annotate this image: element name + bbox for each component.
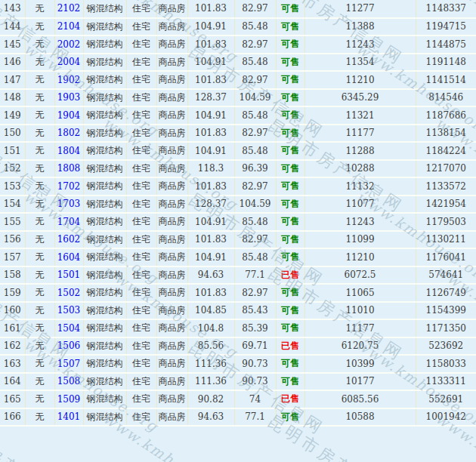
sale-status-cell: 可售	[276, 35, 304, 54]
unit-link[interactable]: 1904	[57, 110, 81, 121]
mortgage-status-cell: 无	[25, 18, 54, 36]
status-sold-badge: 已售	[281, 270, 299, 280]
inner-area-cell: 69.71	[234, 337, 276, 356]
row-number-cell: 162	[0, 337, 25, 356]
total-price-cell: 1194715	[416, 18, 476, 36]
structure-cell: 钢混结构	[83, 231, 126, 249]
total-price-cell: 1158033	[416, 355, 476, 373]
status-available-badge: 可售	[281, 411, 299, 422]
mortgage-status-cell: 无	[25, 106, 54, 125]
unit-link[interactable]: 1504	[57, 323, 81, 334]
unit-link[interactable]: 1401	[57, 411, 81, 422]
unit-price-cell: 11243	[304, 35, 416, 54]
mortgage-status-cell: 无	[25, 337, 54, 356]
table-row: 147无1902钢混结构住宅商品房101.8382.97可售1121011415…	[0, 71, 476, 89]
row-number-cell: 166	[0, 408, 25, 427]
unit-link[interactable]: 2002	[57, 39, 81, 50]
unit-price-cell: 11177	[304, 125, 416, 143]
usage-cell: 住宅	[126, 390, 156, 408]
unit-price-cell: 11354	[304, 54, 416, 72]
status-available-badge: 可售	[281, 251, 299, 262]
table-row: 158无1501钢混结构住宅商品房94.6377.1已售6072.5574641	[0, 266, 476, 285]
unit-link[interactable]: 1804	[57, 146, 81, 156]
row-number-cell: 164	[0, 373, 25, 391]
table-row: 153无1702钢混结构住宅商品房101.8382.97可售1113211335…	[0, 177, 476, 196]
floor-area-cell: 104.91	[187, 248, 234, 266]
property-listing-table: 143无2102钢混结构住宅商品房101.8382.97可售1127711483…	[0, 0, 476, 427]
usage-cell: 住宅	[126, 89, 156, 107]
unit-link[interactable]: 1509	[57, 394, 81, 405]
row-number-cell: 147	[0, 71, 25, 89]
inner-area-cell: 77.1	[234, 266, 276, 285]
floor-area-cell: 101.83	[187, 284, 234, 302]
unit-link[interactable]: 1507	[57, 359, 81, 369]
usage-cell: 住宅	[126, 177, 156, 196]
structure-cell: 钢混结构	[83, 302, 126, 320]
unit-price-cell: 6085.56	[304, 390, 416, 408]
unit-link[interactable]: 1503	[57, 305, 81, 316]
status-available-badge: 可售	[281, 287, 299, 297]
mortgage-status-cell: 无	[25, 302, 54, 320]
floor-area-cell: 101.83	[187, 71, 234, 89]
inner-area-cell: 82.97	[234, 231, 276, 249]
sale-status-cell: 可售	[276, 0, 304, 18]
usage-cell: 住宅	[126, 0, 156, 18]
structure-cell: 钢混结构	[83, 160, 126, 178]
property-listing-page: 143无2102钢混结构住宅商品房101.8382.97可售1127711483…	[0, 0, 476, 462]
row-number-cell: 154	[0, 196, 25, 214]
unit-link[interactable]: 1508	[57, 376, 81, 387]
housing-type-cell: 商品房	[156, 177, 187, 196]
structure-cell: 钢混结构	[83, 373, 126, 391]
unit-price-cell: 11077	[304, 196, 416, 214]
unit-number-cell: 1703	[54, 196, 83, 214]
table-row: 150无1802钢混结构住宅商品房101.8382.97可售1117711381…	[0, 125, 476, 143]
housing-type-cell: 商品房	[156, 125, 187, 143]
inner-area-cell: 85.48	[234, 18, 276, 36]
unit-price-cell: 10399	[304, 355, 416, 373]
unit-link[interactable]: 2102	[57, 3, 81, 14]
usage-cell: 住宅	[126, 142, 156, 160]
usage-cell: 住宅	[126, 231, 156, 249]
inner-area-cell: 85.39	[234, 319, 276, 337]
structure-cell: 钢混结构	[83, 284, 126, 302]
unit-link[interactable]: 1502	[57, 288, 81, 298]
unit-link[interactable]: 1703	[57, 199, 81, 209]
unit-link[interactable]: 1802	[57, 128, 81, 138]
housing-type-cell: 商品房	[156, 302, 187, 320]
mortgage-status-cell: 无	[25, 408, 54, 427]
row-number-cell: 152	[0, 160, 25, 178]
sale-status-cell: 可售	[276, 284, 304, 302]
inner-area-cell: 96.39	[234, 160, 276, 178]
unit-link[interactable]: 2104	[57, 21, 81, 32]
total-price-cell: 814546	[416, 89, 476, 107]
unit-number-cell: 1904	[54, 106, 83, 125]
usage-cell: 住宅	[126, 196, 156, 214]
sale-status-cell: 可售	[276, 373, 304, 391]
unit-link[interactable]: 1501	[57, 270, 81, 280]
sale-status-cell: 可售	[276, 106, 304, 125]
unit-link[interactable]: 1702	[57, 181, 81, 192]
sale-status-cell: 可售	[276, 408, 304, 427]
mortgage-status-cell: 无	[25, 266, 54, 285]
usage-cell: 住宅	[126, 106, 156, 125]
unit-link[interactable]: 1602	[57, 234, 81, 245]
unit-link[interactable]: 1704	[57, 217, 81, 227]
structure-cell: 钢混结构	[83, 337, 126, 356]
status-sold-badge: 已售	[281, 340, 299, 351]
mortgage-status-cell: 无	[25, 213, 54, 231]
unit-link[interactable]: 1604	[57, 252, 81, 263]
unit-number-cell: 1704	[54, 213, 83, 231]
unit-link[interactable]: 2004	[57, 57, 81, 67]
unit-number-cell: 2104	[54, 18, 83, 36]
usage-cell: 住宅	[126, 248, 156, 266]
floor-area-cell: 128.37	[187, 89, 234, 107]
unit-link[interactable]: 1808	[57, 163, 81, 174]
housing-type-cell: 商品房	[156, 408, 187, 427]
unit-link[interactable]: 1903	[57, 92, 81, 103]
floor-area-cell: 104.91	[187, 54, 234, 72]
total-price-cell: 1141514	[416, 71, 476, 89]
total-price-cell: 1138154	[416, 125, 476, 143]
unit-link[interactable]: 1506	[57, 340, 81, 351]
unit-link[interactable]: 1902	[57, 75, 81, 85]
table-row: 163无1507钢混结构住宅商品房111.3690.73可售1039911580…	[0, 355, 476, 373]
